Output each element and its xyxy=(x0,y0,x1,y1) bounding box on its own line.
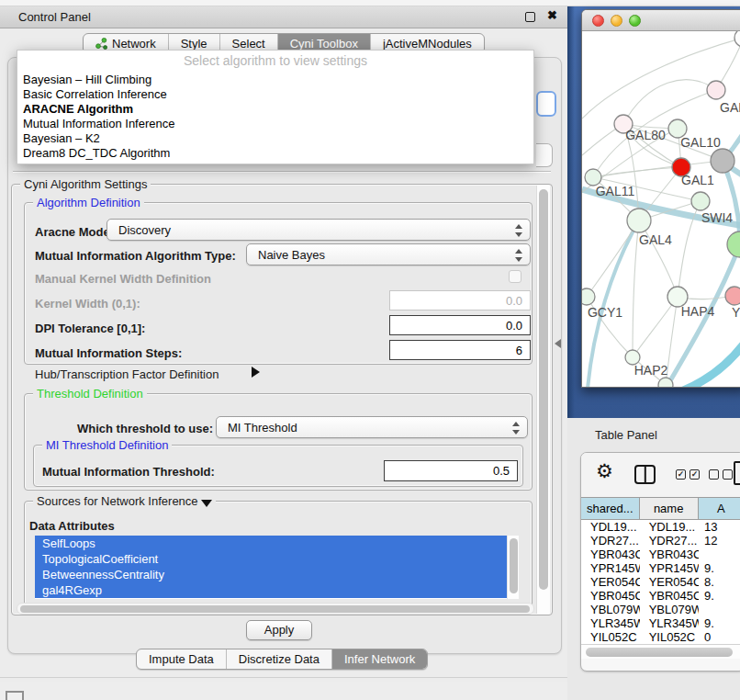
algorithm-option[interactable]: Bayesian – Hill Climbing xyxy=(17,73,533,87)
table-card: ⚙ ✓✓ shared...nameA YDL19...YDL19...13YD… xyxy=(580,452,740,672)
dpi-tolerance-field[interactable] xyxy=(389,315,531,335)
mi-algorithm-type-combobox[interactable]: Naive Bayes xyxy=(246,243,531,265)
attributes-vertical-scrollbar[interactable] xyxy=(507,536,519,599)
zoom-window-icon[interactable] xyxy=(629,15,641,27)
table-horizontal-scrollbar[interactable] xyxy=(581,644,740,659)
table-cell: YDR27... xyxy=(640,534,699,548)
manual-kernel-width-label: Manual Kernel Width Definition xyxy=(35,272,211,286)
node-bottom-clipped[interactable] xyxy=(658,378,673,388)
collapse-arrow-icon[interactable] xyxy=(201,500,212,507)
which-threshold-combobox[interactable]: MI Threshold xyxy=(216,416,528,438)
node-top-clipped[interactable] xyxy=(734,31,740,47)
manual-kernel-width-checkbox[interactable] xyxy=(509,270,521,283)
kernel-width-field[interactable] xyxy=(389,290,531,310)
node-gal-partial-label: GAL xyxy=(720,100,740,115)
table-cell: YDL19... xyxy=(581,520,640,534)
splitter-arrow-icon[interactable] xyxy=(555,339,561,348)
column-header[interactable]: name xyxy=(640,498,699,519)
network-view-window: GALGAL80GAL10GAL11GAL1GAL4SWI4GCY1HAP4YH… xyxy=(581,9,740,388)
select-all-icon[interactable]: ✓✓ xyxy=(676,469,700,480)
table-cell: 0 xyxy=(699,630,740,644)
table-row[interactable]: YBL079WYBL079W xyxy=(581,603,740,616)
node-gal-partial[interactable] xyxy=(707,81,725,99)
tab-impute-data[interactable]: Impute Data xyxy=(137,649,226,669)
table-row[interactable]: YLR345WYLR345W9. xyxy=(581,616,740,630)
close-panel-icon[interactable]: ✖ xyxy=(547,8,557,22)
table-row[interactable]: YDL19...YDL19...13 xyxy=(581,520,740,534)
node-gal4-label: GAL4 xyxy=(639,232,672,247)
settings-vertical-scrollbar[interactable] xyxy=(536,186,550,614)
column-layout-icon[interactable] xyxy=(634,465,656,484)
table-panel: Table Panel ⚙ ✓✓ shared...nameA YDL19...… xyxy=(567,418,740,700)
tab-network-label: Network xyxy=(112,37,156,51)
close-window-icon[interactable] xyxy=(592,15,604,27)
table-cell: YBR043C xyxy=(640,548,699,561)
node-swi4[interactable] xyxy=(727,231,740,257)
node-gcy1[interactable] xyxy=(582,288,595,305)
hub-definition-label: Hub/Transcription Factor Definition xyxy=(35,367,219,381)
float-panel-icon[interactable] xyxy=(525,12,535,22)
node-gal10-label: GAL10 xyxy=(680,135,721,150)
algorithm-dropdown-placeholder: Select algorithm to view settings xyxy=(17,51,533,73)
apply-button[interactable]: Apply xyxy=(246,620,312,640)
table-row[interactable]: YBR045CYBR045C9. xyxy=(581,589,740,603)
corner-panel-icon[interactable] xyxy=(6,691,24,700)
network-tab-icon xyxy=(95,38,107,50)
node-gal1[interactable] xyxy=(691,192,710,210)
table-row[interactable]: YBR043CYBR043C xyxy=(581,548,740,561)
node-gal80-label: GAL80 xyxy=(625,128,666,142)
node-gal4[interactable] xyxy=(627,209,651,232)
data-attribute-item[interactable]: BetweennessCentrality xyxy=(35,567,507,582)
table-row[interactable]: YER054CYER054C8. xyxy=(581,575,740,589)
algorithm-option[interactable]: Mutual Information Inference xyxy=(17,117,533,131)
expand-arrow-icon[interactable] xyxy=(252,367,260,378)
node-hap4-label: HAP4 xyxy=(681,304,715,319)
network-canvas[interactable]: GALGAL80GAL10GAL11GAL1GAL4SWI4GCY1HAP4YH… xyxy=(582,31,740,388)
tab-discretize-data[interactable]: Discretize Data xyxy=(226,649,331,669)
table-cell: YIL052C xyxy=(581,630,640,644)
aracne-mode-combobox[interactable]: Discovery xyxy=(107,219,531,241)
mi-steps-label: Mutual Information Steps: xyxy=(35,346,182,360)
node-gal1-label: GAL1 xyxy=(681,173,714,187)
algorithm-definition-title: Algorithm Definition xyxy=(33,196,144,209)
data-attribute-item[interactable]: gal4RGexp xyxy=(35,582,507,598)
deselect-all-icon[interactable] xyxy=(709,469,733,480)
data-attribute-item[interactable]: SelfLoops xyxy=(35,536,507,551)
settings-horizontal-scrollbar[interactable] xyxy=(17,603,534,615)
table-cell: YBR043C xyxy=(581,548,640,561)
focused-combobox-fragment[interactable] xyxy=(536,91,556,117)
algorithm-popup-list: Bayesian – Hill ClimbingBasic Correlatio… xyxy=(17,73,533,161)
combobox-arrows-icon xyxy=(512,421,520,435)
mi-threshold-field[interactable] xyxy=(384,460,518,481)
column-header[interactable]: A xyxy=(699,498,740,519)
algorithm-option[interactable]: Basic Correlation Inference xyxy=(17,87,533,102)
algorithm-option[interactable]: ARACNE Algorithm xyxy=(17,102,533,117)
node-gray[interactable] xyxy=(711,149,734,173)
column-header[interactable]: shared... xyxy=(581,498,640,519)
settings-gear-icon[interactable]: ⚙ xyxy=(596,460,613,482)
table-cell: 9. xyxy=(699,616,740,630)
data-attributes-label: Data Attributes xyxy=(29,519,115,533)
tab-infer-network[interactable]: Infer Network xyxy=(331,649,427,669)
sources-title: Sources for Network Inference xyxy=(33,494,216,508)
table-row[interactable]: YIL052CYIL052C0 xyxy=(581,630,740,644)
data-attributes-list: SelfLoopsTopologicalCoefficientBetweenne… xyxy=(35,536,507,599)
file-icon[interactable] xyxy=(734,461,740,485)
mi-threshold-label: Mutual Information Threshold: xyxy=(42,465,215,479)
bottom-divider xyxy=(0,677,567,678)
table-row[interactable]: YPR145WYPR145W9. xyxy=(581,561,740,575)
network-graph: GALGAL80GAL10GAL11GAL1GAL4SWI4GCY1HAP4YH… xyxy=(582,31,740,388)
mi-steps-field[interactable] xyxy=(389,340,531,360)
algorithm-option[interactable]: Dream8 DC_TDC Algorithm xyxy=(17,146,533,161)
which-threshold-label: Which threshold to use: xyxy=(77,422,213,435)
minimize-window-icon[interactable] xyxy=(611,15,622,27)
node-pink-right[interactable] xyxy=(725,287,740,305)
table-cell: YBR045C xyxy=(640,589,699,603)
combobox-arrows-icon xyxy=(515,223,522,238)
node-pink-right-label: Y xyxy=(732,305,740,320)
table-row[interactable]: YDR27...YDR27...12 xyxy=(581,534,740,548)
table-cell: 9. xyxy=(699,589,740,603)
network-window-titlebar[interactable] xyxy=(582,10,740,31)
algorithm-option[interactable]: Bayesian – K2 xyxy=(17,131,533,146)
data-attribute-item[interactable]: TopologicalCoefficient xyxy=(35,551,507,567)
